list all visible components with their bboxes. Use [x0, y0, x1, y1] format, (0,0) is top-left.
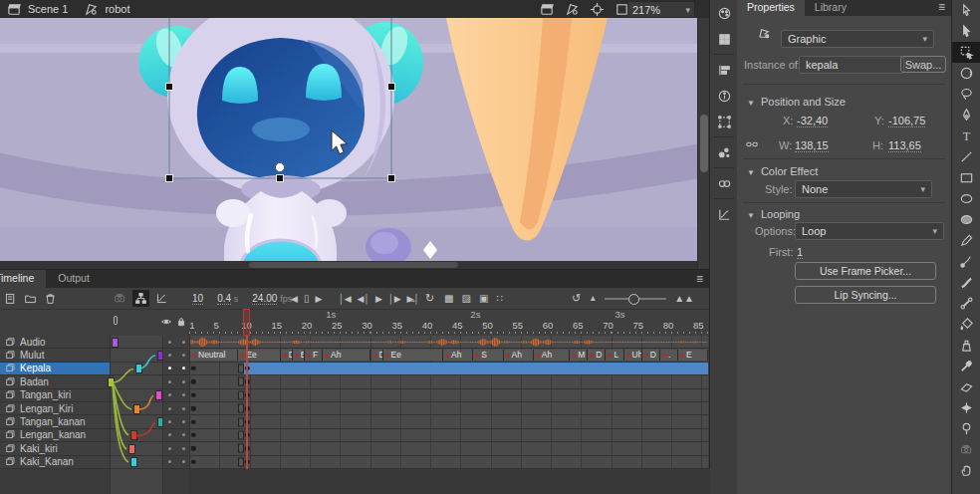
viseme-keyframe-.[interactable]: .	[660, 350, 678, 361]
current-frame-value[interactable]: 10	[192, 293, 203, 305]
step-back-icon[interactable]: ◀	[291, 294, 298, 304]
swatches-panel-icon[interactable]	[710, 26, 738, 52]
step-back-one-icon[interactable]: ◀│	[358, 294, 370, 304]
text-tool[interactable]: T	[952, 125, 980, 146]
viseme-keyframe-ee[interactable]: Ee	[383, 350, 444, 361]
selected-frame-span[interactable]	[244, 363, 708, 374]
step-forward-icon[interactable]: ▶	[315, 294, 322, 304]
visibility-lock-dots[interactable]	[162, 402, 190, 414]
ink-bottle-tool[interactable]	[952, 335, 980, 356]
edit-scene-button[interactable]	[540, 2, 555, 17]
layer-frames[interactable]	[189, 336, 708, 348]
first-frame-value[interactable]: 1	[797, 246, 803, 259]
collapse-triangle-icon[interactable]: ▼	[747, 99, 755, 108]
viseme-keyframe-m[interactable]: M	[570, 350, 588, 361]
zoom-in-frames-icon[interactable]: ▲▲	[674, 293, 694, 304]
layer-parent-swatch[interactable]	[130, 457, 137, 467]
brush-library-panel-icon[interactable]	[710, 139, 738, 165]
oval-tool[interactable]	[952, 188, 980, 209]
delete-layer-button[interactable]	[44, 292, 57, 305]
selection-tool[interactable]	[952, 0, 980, 21]
layer-row-lengan_kiri[interactable]: Lengan_Kiri	[0, 402, 709, 415]
visibility-lock-dots[interactable]	[162, 375, 190, 387]
layer-frames[interactable]	[189, 375, 708, 387]
parenting-cell[interactable]	[110, 389, 163, 401]
color-style-dropdown[interactable]: None▾	[795, 180, 932, 198]
viseme-keyframe-neutral[interactable]: Neutral	[190, 350, 238, 361]
span-end-marker[interactable]	[238, 430, 244, 439]
onion-skin-icon[interactable]: ▩	[444, 293, 453, 304]
layer-name[interactable]: Badan	[20, 376, 49, 387]
keyframe-dot[interactable]	[191, 379, 196, 384]
center-frame-icon[interactable]: ↔	[406, 293, 417, 305]
eyedropper-tool[interactable]	[952, 356, 980, 376]
asset-warp-tool[interactable]	[952, 418, 980, 439]
layer-row-lengan_kanan[interactable]: Lengan_kanan	[0, 429, 709, 442]
viseme-keyframe-l[interactable]: L	[606, 350, 623, 361]
width-tool[interactable]	[952, 397, 980, 418]
layer-row-kepala[interactable]: Kepala	[0, 363, 709, 375]
play-button[interactable]: ▶	[375, 294, 382, 304]
layer-name[interactable]: Audio	[20, 337, 46, 348]
layer-frames[interactable]	[189, 456, 708, 468]
align-panel-icon[interactable]	[710, 57, 738, 83]
layer-row-tangan_kanan[interactable]: Tangan_kanan	[0, 415, 709, 428]
span-end-marker[interactable]	[238, 404, 244, 413]
cc-libraries-panel-icon[interactable]	[710, 170, 738, 196]
collapse-triangle-icon[interactable]: ▼	[747, 168, 755, 177]
layer-parenting-button[interactable]	[132, 290, 149, 307]
center-stage-button[interactable]	[590, 2, 605, 17]
layer-frames[interactable]	[189, 442, 708, 454]
layer-name[interactable]: Lengan_Kiri	[20, 403, 73, 414]
info-panel-icon[interactable]	[710, 83, 738, 109]
layer-name[interactable]: Kepala	[20, 363, 51, 373]
scrollbar-thumb[interactable]	[249, 262, 458, 268]
layer-row-mulut[interactable]: MulutNeutralEeDEeFAhDEeAhSAhAhMDLUhD.E	[0, 349, 709, 362]
tab-properties[interactable]: Properties	[737, 0, 805, 16]
visibility-lock-dots[interactable]	[162, 363, 190, 374]
parenting-cell[interactable]	[110, 429, 163, 441]
layer-frames[interactable]	[189, 402, 708, 414]
edit-multiple-frames-icon[interactable]: ▣	[479, 293, 488, 304]
subselection-tool[interactable]	[952, 21, 980, 42]
stage-viewport[interactable]	[0, 18, 709, 269]
section-position-size[interactable]: ▼Position and Size	[747, 96, 846, 108]
symbol-breadcrumb[interactable]: robot	[105, 3, 129, 15]
w-value[interactable]: 138,15	[795, 139, 829, 152]
visibility-lock-dots[interactable]	[162, 389, 190, 401]
layer-name[interactable]: Kaki_Kanan	[20, 456, 74, 467]
layer-parent-swatch[interactable]	[128, 444, 135, 454]
visibility-lock-dots[interactable]	[162, 429, 190, 441]
layer-name[interactable]: Kaki_kiri	[20, 443, 58, 454]
new-layer-button[interactable]	[4, 292, 17, 305]
lock-column-icon[interactable]	[175, 316, 187, 328]
keyframe-dot[interactable]	[191, 419, 196, 424]
viseme-keyframe-ah[interactable]: Ah	[323, 350, 370, 361]
x-value[interactable]: -32,40	[797, 115, 828, 127]
parenting-cell[interactable]	[110, 415, 163, 427]
transform-panel-icon[interactable]	[710, 109, 738, 134]
viseme-keyframe-d[interactable]: D	[642, 350, 660, 361]
stage-canvas[interactable]	[0, 18, 709, 269]
visibility-lock-dots[interactable]	[162, 336, 190, 348]
elapsed-time-value[interactable]: 0.4	[217, 293, 231, 305]
layer-name[interactable]: Mulut	[20, 350, 44, 361]
symbol-type-dropdown[interactable]: Graphic▾	[781, 30, 934, 48]
parenting-cell[interactable]	[110, 456, 163, 468]
zoom-out-frames-icon[interactable]: ▲	[589, 294, 597, 303]
loop-options-dropdown[interactable]: Loop▾	[795, 222, 944, 240]
section-color-effect[interactable]: ▼Color Effect	[747, 165, 818, 177]
keyframe-dot[interactable]	[191, 446, 196, 451]
keyframe-dot[interactable]	[191, 406, 196, 411]
span-end-marker[interactable]	[238, 417, 244, 426]
layer-frames[interactable]: NeutralEeDEeFAhDEeAhSAhAhMDLUhD.E	[189, 349, 708, 361]
tab-timeline[interactable]: Timeline	[0, 270, 46, 288]
parenting-cell[interactable]	[110, 442, 163, 454]
frame-ruler[interactable]: 15101520253035404550556065707580851s2s3s	[189, 309, 709, 336]
instance-name-field[interactable]: kepala	[799, 56, 904, 74]
visibility-lock-dots[interactable]	[162, 456, 190, 468]
stage-zoom-select[interactable]: 217% ▾	[627, 1, 695, 18]
layer-name[interactable]: Lengan_kanan	[20, 429, 86, 440]
y-value[interactable]: -106,75	[888, 115, 925, 127]
layer-frames[interactable]	[189, 363, 708, 374]
